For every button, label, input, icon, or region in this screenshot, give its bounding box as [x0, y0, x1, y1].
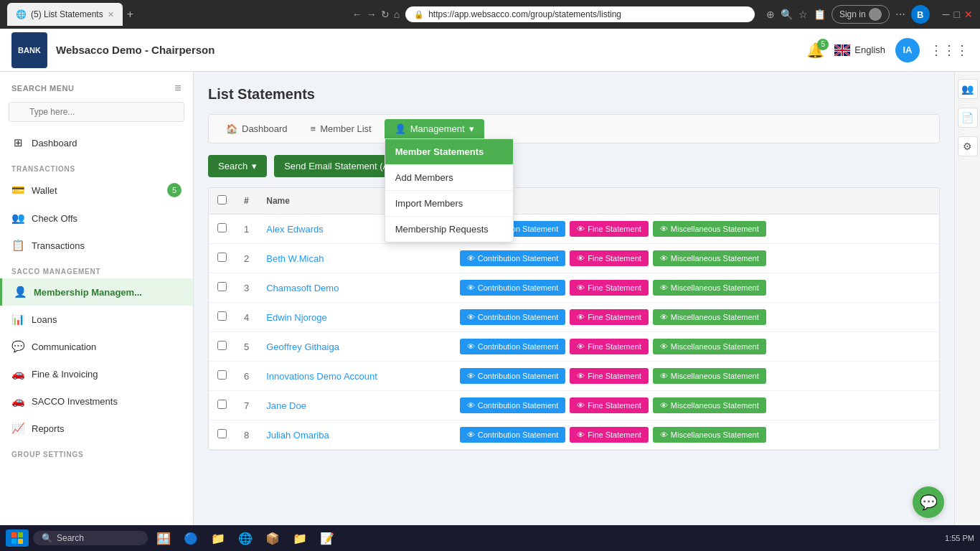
- row-checkbox[interactable]: [217, 311, 227, 321]
- more-options-btn[interactable]: ⋯: [895, 9, 905, 20]
- fine-btn[interactable]: 👁 Fine Statement: [570, 339, 649, 354]
- eye-icon: 👁: [467, 283, 475, 292]
- home-button[interactable]: ⌂: [394, 9, 400, 20]
- member-name[interactable]: Innovations Demo Account: [258, 362, 451, 391]
- member-name[interactable]: Geoffrey Githaiga: [258, 332, 451, 362]
- sacco-section-label: SACCO MANAGEMENT: [0, 259, 193, 278]
- close-btn[interactable]: ✕: [964, 9, 973, 20]
- grid-icon[interactable]: ⋮⋮⋮: [930, 42, 969, 58]
- sidebar-item-loans[interactable]: 📊 Loans: [0, 306, 193, 333]
- favorites-btn[interactable]: ☆: [798, 9, 808, 20]
- sidebar-item-transactions[interactable]: 📋 Transactions: [0, 232, 193, 259]
- row-checkbox[interactable]: [217, 253, 227, 262]
- fine-btn[interactable]: 👁 Fine Statement: [570, 280, 649, 296]
- fine-btn[interactable]: 👁 Fine Statement: [570, 309, 649, 325]
- dashboard-label: Dashboard: [32, 138, 77, 149]
- widget-doc-btn[interactable]: 📄: [958, 108, 978, 128]
- maximize-btn[interactable]: □: [954, 9, 960, 20]
- row-num: 7: [235, 391, 258, 420]
- wallet-badge: 5: [167, 183, 182, 197]
- zoom-btn[interactable]: 🔍: [781, 9, 793, 20]
- fine-btn[interactable]: 👁 Fine Statement: [570, 368, 649, 384]
- sign-in-button[interactable]: Sign in: [831, 5, 890, 24]
- user-avatar[interactable]: IA: [895, 38, 920, 62]
- contribution-btn[interactable]: 👁 Contribution Statement: [460, 309, 566, 325]
- widget-settings-btn[interactable]: ⚙: [958, 136, 978, 156]
- member-name[interactable]: Edwin Njoroge: [258, 303, 451, 332]
- nav-dashboard[interactable]: 🏠 Dashboard: [216, 119, 298, 138]
- contribution-btn[interactable]: 👁 Contribution Statement: [460, 368, 566, 384]
- misc-btn[interactable]: 👁 Miscellaneous Statement: [653, 368, 766, 384]
- action-buttons: 👁 Contribution Statement 👁 Fine Statemen…: [460, 427, 930, 443]
- contribution-btn[interactable]: 👁 Contribution Statement: [460, 339, 566, 354]
- row-checkbox[interactable]: [217, 370, 227, 380]
- contribution-btn[interactable]: 👁 Contribution Statement: [460, 250, 566, 266]
- member-name[interactable]: Juliah Omariba: [258, 420, 451, 450]
- address-bar[interactable]: 🔒 https://app.websacco.com/group/stateme…: [405, 6, 755, 22]
- sidebar-item-membership[interactable]: 👤 Membership Managem...: [0, 278, 193, 306]
- fine-btn[interactable]: 👁 Fine Statement: [570, 221, 649, 237]
- row-actions: 👁 Contribution Statement 👁 Fine Statemen…: [451, 215, 939, 244]
- member-name[interactable]: Chamasoft Demo: [258, 273, 451, 303]
- row-checkbox[interactable]: [217, 223, 227, 232]
- action-buttons: 👁 Contribution Statement 👁 Fine Statemen…: [460, 339, 930, 354]
- row-checkbox[interactable]: [217, 429, 227, 438]
- new-tab-button[interactable]: +: [127, 8, 133, 21]
- row-checkbox[interactable]: [217, 400, 227, 409]
- misc-btn[interactable]: 👁 Miscellaneous Statement: [653, 397, 766, 413]
- select-all-checkbox[interactable]: [217, 195, 227, 204]
- fine-btn[interactable]: 👁 Fine Statement: [570, 397, 649, 413]
- dropdown-import-members[interactable]: Import Members: [385, 190, 513, 216]
- refresh-button[interactable]: ↻: [381, 9, 390, 20]
- table-row: 6 Innovations Demo Account 👁 Contributio…: [209, 362, 939, 391]
- misc-btn[interactable]: 👁 Miscellaneous Statement: [653, 309, 766, 325]
- menu-toggle-icon[interactable]: ≡: [174, 82, 182, 95]
- notification-bell[interactable]: 🔔 5: [806, 42, 824, 59]
- transactions-section-label: TRANSACTIONS: [0, 156, 193, 176]
- sidebar-item-fine-invoicing[interactable]: 🚗 Fine & Invoicing: [0, 360, 193, 387]
- sidebar-item-wallet[interactable]: 💳 Wallet 5: [0, 176, 193, 204]
- app-title: Websacco Demo - Chairperson: [56, 44, 215, 56]
- misc-btn[interactable]: 👁 Miscellaneous Statement: [653, 250, 766, 266]
- loans-icon: 📊: [11, 313, 24, 326]
- sidebar-item-dashboard[interactable]: ⊞ Dashboard: [0, 129, 193, 156]
- misc-btn[interactable]: 👁 Miscellaneous Statement: [653, 427, 766, 443]
- tab-close-btn[interactable]: ✕: [108, 10, 114, 19]
- table-body: 1 Alex Edwards 👁 Contribution Statement …: [209, 215, 939, 450]
- forward-button[interactable]: →: [367, 9, 377, 20]
- contribution-btn[interactable]: 👁 Contribution Statement: [460, 427, 566, 443]
- eye-icon-misc: 👁: [660, 401, 668, 410]
- back-button[interactable]: ←: [352, 9, 362, 20]
- dropdown-add-members[interactable]: Add Members: [385, 164, 513, 190]
- widget-users-btn[interactable]: 👥: [958, 79, 978, 99]
- sidebar-item-reports[interactable]: 📈 Reports: [0, 415, 193, 442]
- read-aloud-btn[interactable]: ⊕: [766, 9, 775, 20]
- fine-btn[interactable]: 👁 Fine Statement: [570, 250, 649, 266]
- row-checkbox[interactable]: [217, 341, 227, 350]
- chat-bubble[interactable]: 💬: [913, 486, 944, 518]
- minimize-btn[interactable]: ─: [943, 9, 950, 20]
- misc-btn[interactable]: 👁 Miscellaneous Statement: [653, 280, 766, 296]
- sidebar-item-checkoffs[interactable]: 👥 Check Offs: [0, 204, 193, 232]
- collections-btn[interactable]: 📋: [814, 9, 826, 20]
- search-button[interactable]: Search ▾: [208, 155, 267, 177]
- dropdown-membership-requests[interactable]: Membership Requests: [385, 216, 513, 242]
- contribution-btn[interactable]: 👁 Contribution Statement: [460, 280, 566, 296]
- action-buttons: 👁 Contribution Statement 👁 Fine Statemen…: [460, 280, 930, 296]
- misc-btn[interactable]: 👁 Miscellaneous Statement: [653, 339, 766, 354]
- nav-member-list[interactable]: ≡ Member List: [301, 119, 382, 138]
- member-name[interactable]: Beth W.Micah: [258, 244, 451, 273]
- tab-title: (5) List Statements: [31, 9, 103, 19]
- sidebar-search-input[interactable]: [9, 102, 184, 122]
- contribution-btn[interactable]: 👁 Contribution Statement: [460, 397, 566, 413]
- nav-management[interactable]: 👤 Management ▾: [385, 119, 484, 138]
- sidebar-item-investments[interactable]: 🚗 SACCO Investments: [0, 387, 193, 415]
- language-selector[interactable]: English: [834, 44, 885, 56]
- fine-btn[interactable]: 👁 Fine Statement: [570, 427, 649, 443]
- member-name[interactable]: Jane Doe: [258, 391, 451, 420]
- sidebar-item-communication[interactable]: 💬 Communication: [0, 333, 193, 360]
- row-checkbox[interactable]: [217, 282, 227, 291]
- browser-tab-active[interactable]: 🌐 (5) List Statements ✕: [7, 3, 123, 26]
- misc-btn[interactable]: 👁 Miscellaneous Statement: [653, 221, 766, 237]
- nav-dashboard-icon: 🏠: [226, 123, 237, 134]
